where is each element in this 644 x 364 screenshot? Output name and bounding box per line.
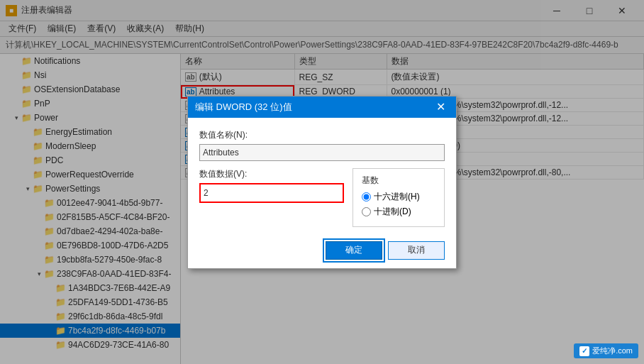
dec-radio[interactable] [362,207,371,216]
dec-label: 十进制(D) [374,206,411,218]
value-input-wrap: 数值数据(V): [199,168,344,227]
dialog-overlay: 编辑 DWORD (32 位)值 ✕ 数值名称(N): 数值数据(V): 基数 … [0,0,644,364]
name-input[interactable] [199,144,445,161]
base-group: 基数 十六进制(H) 十进制(D) [352,168,445,227]
dialog-title-bar: 编辑 DWORD (32 位)值 ✕ [188,96,456,118]
value-label: 数值数据(V): [199,168,344,180]
dialog-footer: 确定 取消 [188,236,456,268]
edit-dword-dialog: 编辑 DWORD (32 位)值 ✕ 数值名称(N): 数值数据(V): 基数 … [187,96,457,269]
dialog-close-button[interactable]: ✕ [432,99,449,116]
ok-button[interactable]: 确定 [326,241,382,260]
hex-label: 十六进制(H) [374,191,420,203]
name-label: 数值名称(N): [199,129,445,141]
hex-radio-label[interactable]: 十六进制(H) [362,191,435,203]
watermark-text: 爱纯净.com [592,346,633,356]
watermark: 爱纯净.com [574,343,638,358]
value-row: 数值数据(V): 基数 十六进制(H) 十进制(D) [199,168,445,227]
dec-radio-label[interactable]: 十进制(D) [362,206,435,218]
dialog-title: 编辑 DWORD (32 位)值 [195,101,432,114]
dialog-body: 数值名称(N): 数值数据(V): 基数 十六进制(H) 十进制(D) [188,118,456,236]
base-title: 基数 [362,175,435,187]
hex-radio[interactable] [362,192,371,202]
watermark-icon [579,346,589,356]
value-input[interactable] [199,183,344,203]
cancel-button[interactable]: 取消 [388,241,445,260]
